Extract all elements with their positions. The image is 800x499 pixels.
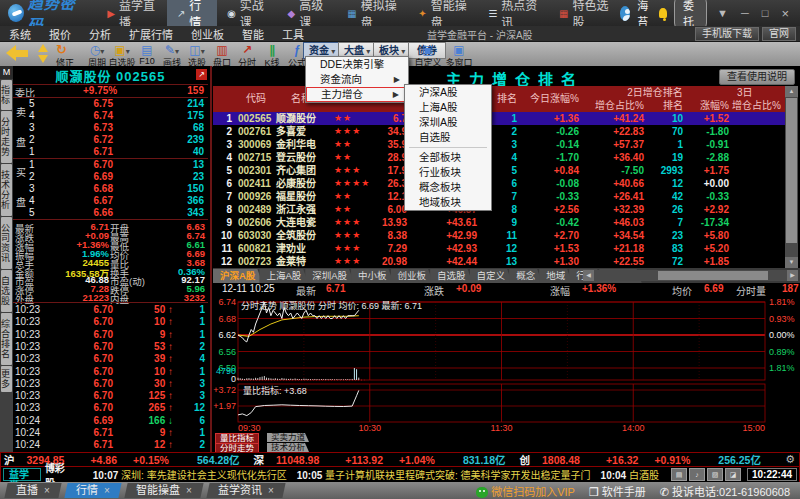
table-row[interactable]: 11600821津劝业★★★7.29+42.9312+1.53+21.1883+… <box>213 242 785 255</box>
printer-icon[interactable]: ▤ <box>671 468 687 481</box>
notification-bell-icon[interactable] <box>659 8 667 18</box>
nav-tab-热点资讯[interactable]: ☰热点资讯 <box>478 0 549 26</box>
menu-item-工具[interactable]: 工具 <box>273 26 313 42</box>
fund-submenu-item-概念板块[interactable]: 概念板块 <box>405 180 491 195</box>
alert-bell-icon[interactable]: ♪ <box>689 468 705 481</box>
scrollbar-thumb[interactable] <box>786 98 797 243</box>
table-row[interactable]: 3300069金利华电★★35.93-0.14+57.371-0.91 <box>213 138 785 151</box>
close-icon[interactable]: × <box>268 485 274 496</box>
toolbar-自定义-icon[interactable]: ▣ <box>415 43 441 57</box>
menu-item-分析[interactable]: 分析 <box>80 26 120 42</box>
close-button[interactable]: × <box>778 6 792 21</box>
taskbar-tab-行情[interactable]: 行情× <box>64 483 121 498</box>
market-tab-中小板[interactable]: 中小板 <box>351 269 394 283</box>
menu-item-系统[interactable]: 系统 <box>0 26 40 42</box>
market-tab-深圳A股[interactable]: 深圳A股 <box>305 269 354 283</box>
table-row[interactable]: 8002489浙江永强★★6.00+46.578+2.56+32.3926+2.… <box>213 203 785 216</box>
scroll-up-icon[interactable]: ▲ <box>785 86 798 97</box>
market-tab-自选股[interactable]: 自选股 <box>430 269 473 283</box>
nav-tab-实战课[interactable]: ◉实战课 <box>217 0 277 26</box>
down-arrow-button[interactable] <box>38 55 48 63</box>
minimize-button[interactable]: ─ <box>738 7 752 19</box>
toolbar-选股-icon[interactable]: ◫▾ <box>184 43 210 57</box>
close-icon[interactable]: × <box>186 485 192 496</box>
manual-link[interactable]: ❒软件手册 <box>589 483 646 499</box>
layout-icon[interactable]: ◪ <box>725 468 741 481</box>
taskbar-tab-益学资讯[interactable]: 益学资讯× <box>206 483 285 498</box>
scroll-right-icon[interactable]: ▶ <box>787 270 798 281</box>
official-site-button[interactable]: 官网 <box>762 27 796 41</box>
side-tab-更多[interactable]: 更多 <box>1 366 12 392</box>
fund-menu-item-主力增仓[interactable]: 主力增仓▶ <box>306 87 408 102</box>
col-header-排名[interactable]: 排名 <box>663 99 683 112</box>
fund-menu-item-DDE决策引擎[interactable]: DDE决策引擎 <box>306 57 408 72</box>
toolbar-自选股-icon[interactable]: ▣▾ <box>109 43 135 57</box>
table-row[interactable]: 12002723金莱特★★★20.98+42.4413+1.30+22.5572… <box>213 255 785 268</box>
avatar[interactable] <box>620 6 630 21</box>
menu-item-创业板[interactable]: 创业板 <box>182 26 233 42</box>
mini-chart-icon[interactable]: ↗ <box>196 69 207 80</box>
menu-item-报价[interactable]: 报价 <box>40 26 80 42</box>
market-tab-上海A股[interactable]: 上海A股 <box>259 269 308 283</box>
scroll-left-icon[interactable]: ◀ <box>583 270 594 281</box>
side-tab-指标[interactable]: 指标 <box>1 80 12 110</box>
market-tab-创业板[interactable]: 创业板 <box>391 269 434 283</box>
fund-submenu-item-行业板块[interactable]: 行业板块 <box>405 165 491 180</box>
close-icon[interactable]: × <box>104 485 110 496</box>
toolbar-周期-icon[interactable]: ◷▾ <box>84 43 110 57</box>
hscroll-thumb[interactable] <box>658 271 768 280</box>
panel-icon[interactable]: ▨ <box>707 468 723 481</box>
table-row[interactable]: 5002301齐心集团★★★17.95+0.84-7.502993+1.75 <box>213 164 785 177</box>
table-row[interactable]: 7000926福星股份★★12.17-0.33+26.4142-0.33 <box>213 190 785 203</box>
news-item[interactable]: 10:04 白酒股 <box>601 467 659 482</box>
toolbar-多窗口-icon[interactable]: ▣ <box>446 43 472 57</box>
side-tab-综合排名[interactable]: 综合排名 <box>1 313 12 365</box>
taskbar-tab-直播[interactable]: 直播× <box>4 483 61 498</box>
help-button[interactable]: 查看使用说明 <box>719 69 795 85</box>
nav-tab-行情[interactable]: ↗行情 <box>167 0 217 26</box>
col-header-增仓占比%[interactable]: 增仓占比% <box>595 99 644 112</box>
menu-item-智能[interactable]: 智能 <box>233 26 273 42</box>
nav-tab-高级课[interactable]: ◆高级课 <box>278 0 338 26</box>
fund-submenu-item-沪深A股[interactable]: 沪深A股 <box>405 85 491 100</box>
back-arrow-button[interactable] <box>6 45 30 62</box>
table-row[interactable]: 2002761多喜爱★★★34.92-0.26+22.8370-1.80 <box>213 125 785 138</box>
fund-submenu-item-自选股[interactable]: 自选股 <box>405 130 491 145</box>
table-row[interactable]: 4002715登云股份★★28.94-1.70+36.4019-2.88 <box>213 151 785 164</box>
table-row[interactable]: 10603030全筑股份★★★8.38+42.9911+2.70+34.5423… <box>213 229 785 242</box>
nav-tab-特色选股[interactable]: ▦特色选股 <box>549 0 620 26</box>
table-row[interactable]: 6002411必康股份★★★★26.36-0.08+40.6612+0.00 <box>213 177 785 190</box>
mobile-download-button[interactable]: 手机版下载 <box>695 27 759 41</box>
side-tab-公司资讯[interactable]: 公司资讯 <box>1 217 12 269</box>
wechat-vip-link[interactable]: 微信扫码加入VIP <box>476 483 575 499</box>
refresh-icon[interactable]: ↻ <box>56 42 67 57</box>
side-tab-自选股[interactable]: 自选股 <box>1 270 12 312</box>
chart-tab-买卖力道[interactable]: 买卖力道 <box>267 433 309 442</box>
taskbar-tab-智能操盘[interactable]: 智能操盘× <box>124 483 203 498</box>
col-header-今日涨幅%[interactable]: 今日涨幅% <box>530 86 579 112</box>
vertical-scrollbar[interactable]: ▲ ▼ <box>785 86 798 268</box>
side-tab-技术分析[interactable]: 技术分析 <box>1 164 12 216</box>
side-tab-分时走势[interactable]: 分时走势 <box>1 111 12 163</box>
market-tab-自定义[interactable]: 自定义 <box>470 269 513 283</box>
close-icon[interactable]: × <box>44 485 50 496</box>
menu-item-扩展行情[interactable]: 扩展行情 <box>120 26 182 42</box>
toolbar-盘口-icon[interactable]: ▥ <box>209 43 235 57</box>
table-row[interactable]: 9002606大连电瓷★★★13.93+43.619-0.42+46.037-1… <box>213 216 785 229</box>
col-header-涨幅%[interactable]: 涨幅% <box>700 99 729 112</box>
fund-submenu-item-深圳A股[interactable]: 深圳A股 <box>405 115 491 130</box>
nav-tab-模拟操盘[interactable]: ▦模拟操盘 <box>337 0 408 26</box>
nav-tab-益学直播[interactable]: ▶益学直播 <box>97 0 167 26</box>
up-arrow-button[interactable] <box>38 44 48 52</box>
toolbar-分时-icon[interactable]: ↗ <box>234 43 260 57</box>
maximize-button[interactable]: □ <box>759 7 772 19</box>
chart-tab-技术分析[interactable]: 技术分析 <box>267 443 309 452</box>
col-header-增仓占比%[interactable]: 增仓占比% <box>732 99 781 112</box>
table-row[interactable]: 1002565顺灏股份★★6.71+1.36+41.2410+1.52 <box>213 112 785 125</box>
toolbar-F10-icon[interactable]: ▤ <box>134 43 160 57</box>
nav-tab-智能操盘[interactable]: ✦智能操盘 <box>408 0 478 26</box>
dropdown-caret-icon[interactable]: ▼ <box>714 7 731 19</box>
fund-submenu-item-地域板块[interactable]: 地域板块 <box>405 195 491 210</box>
news-item[interactable]: 10:05 量子计算机联袂里程碑式突破: 德美科学家开发出稳定量子门 <box>297 467 591 482</box>
scroll-down-icon[interactable]: ▼ <box>785 257 798 268</box>
